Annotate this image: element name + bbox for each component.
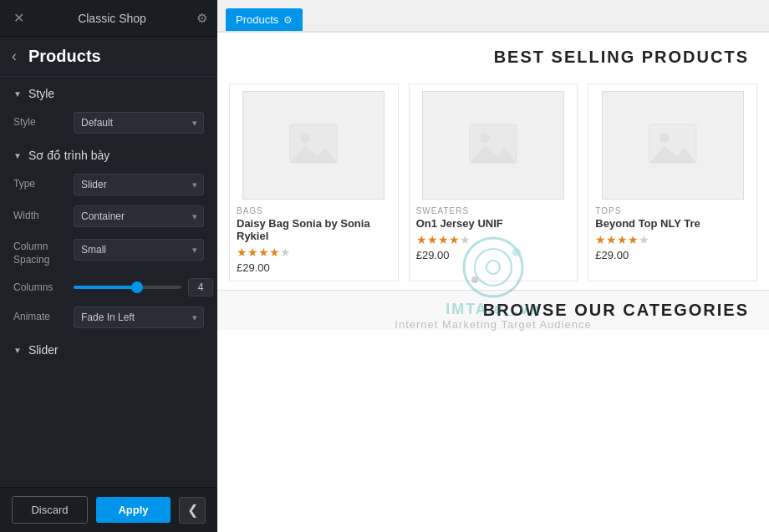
svg-point-15 [660, 133, 670, 143]
style-select-wrapper: Default [74, 112, 204, 134]
panel-back-row: ‹ Products [0, 37, 217, 77]
tab-gear-icon[interactable]: ⚙ [283, 14, 293, 26]
best-selling-header: BEST SELLING PRODUCTS [217, 33, 769, 75]
layout-section-header[interactable]: ▼ Sơ đồ trình bày [0, 139, 217, 169]
column-spacing-row: Column Spacing Small [0, 232, 217, 273]
animate-row: Animate Fade In Left [0, 301, 217, 333]
product-image-3 [602, 91, 744, 200]
width-label: Width [13, 210, 74, 223]
product-image-2 [422, 91, 564, 200]
left-panel: ✕ Classic Shop ⚙ ‹ Products ▼ Style Styl… [0, 0, 217, 532]
panel-header-title: Classic Shop [78, 12, 146, 25]
slider-section-label: Slider [28, 343, 59, 357]
columns-label: Columns [13, 281, 74, 293]
slider-arrow-icon: ▼ [13, 346, 22, 355]
product-1-price: £29.00 [237, 261, 270, 274]
product-3-name: Beyond Top NLY Tre [595, 217, 700, 230]
placeholder-image-icon [288, 123, 339, 169]
panel-bottom: Discard Apply ❮ [0, 487, 217, 532]
products-tab[interactable]: Products ⚙ [226, 8, 303, 31]
product-1-stars: ★ ★ ★ ★ ★ [237, 246, 291, 259]
animate-label: Animate [13, 311, 74, 324]
style-arrow-icon: ▼ [13, 89, 22, 99]
style-section-header[interactable]: ▼ Style [0, 77, 217, 107]
panel-section-title: Products [28, 47, 101, 66]
tab-label: Products [236, 13, 278, 26]
style-section-label: Style [28, 87, 54, 100]
product-card: TOPS Beyond Top NLY Tre ★ ★ ★ ★ ★ £29.00 [588, 84, 757, 281]
product-image-1 [242, 91, 384, 200]
back-arrow-icon[interactable]: ‹ [12, 48, 17, 65]
type-select[interactable]: Slider [74, 174, 204, 195]
panel-content: ▼ Style Style Default ▼ Sơ đồ trình bày … [0, 77, 217, 487]
close-button[interactable]: ✕ [10, 7, 28, 29]
right-panel: Products ⚙ IMTA.e_.vn Internet Marketing [217, 0, 769, 532]
product-1-name: Daisy Bag Sonia by Sonia Rykiel [237, 217, 391, 242]
product-2-category: SWEATERS [416, 206, 469, 215]
column-spacing-select-wrapper: Small [74, 239, 204, 261]
columns-row: Columns 4 [0, 273, 217, 301]
width-row: Width Container [0, 200, 217, 232]
product-2-price: £29.00 [416, 249, 450, 261]
placeholder-image-icon [648, 123, 698, 169]
product-3-price: £29.00 [595, 249, 629, 261]
layout-arrow-icon: ▼ [13, 151, 22, 160]
column-spacing-label: Column Spacing [13, 239, 74, 266]
type-label: Type [13, 178, 74, 191]
columns-slider-container: 4 [74, 278, 213, 296]
content-area: IMTA.e_.vn Internet Marketing Target Aud… [217, 33, 769, 532]
product-3-category: TOPS [595, 206, 621, 215]
style-select[interactable]: Default [74, 112, 204, 134]
product-2-stars: ★ ★ ★ ★ ★ [416, 233, 471, 246]
placeholder-image-icon [468, 123, 518, 169]
type-row: Type Slider [0, 169, 217, 200]
width-select-wrapper: Container [74, 205, 204, 227]
product-card: SWEATERS On1 Jersey UNIF ★ ★ ★ ★ ★ £29.0… [409, 84, 578, 281]
apply-button[interactable]: Apply [96, 497, 171, 523]
columns-slider[interactable] [74, 286, 181, 289]
slider-section-header[interactable]: ▼ Slider [0, 333, 217, 363]
animate-select[interactable]: Fade In Left [74, 307, 204, 328]
svg-point-9 [300, 133, 310, 143]
animate-select-wrapper: Fade In Left [74, 307, 204, 328]
style-row: Style Default [0, 107, 217, 139]
column-spacing-select[interactable]: Small [74, 239, 204, 261]
header-gear-button[interactable]: ⚙ [196, 11, 207, 26]
type-select-wrapper: Slider [74, 174, 204, 195]
discard-button[interactable]: Discard [12, 496, 88, 524]
browse-categories-header: BROWSE OUR CATEGORIES [217, 290, 769, 330]
style-label: Style [13, 116, 74, 129]
tab-bar: Products ⚙ [217, 0, 769, 33]
product-3-stars: ★ ★ ★ ★ ★ [595, 233, 649, 246]
columns-value: 4 [188, 278, 213, 296]
toggle-panel-button[interactable]: ❮ [179, 497, 206, 524]
panel-header: ✕ Classic Shop ⚙ [0, 0, 217, 37]
products-row: BAGS Daisy Bag Sonia by Sonia Rykiel ★ ★… [217, 75, 769, 290]
product-card: BAGS Daisy Bag Sonia by Sonia Rykiel ★ ★… [229, 84, 399, 281]
svg-point-12 [480, 133, 490, 143]
product-2-name: On1 Jersey UNIF [416, 217, 503, 230]
product-1-category: BAGS [237, 206, 263, 215]
width-select[interactable]: Container [74, 205, 204, 227]
layout-section-label: Sơ đồ trình bày [28, 149, 109, 162]
